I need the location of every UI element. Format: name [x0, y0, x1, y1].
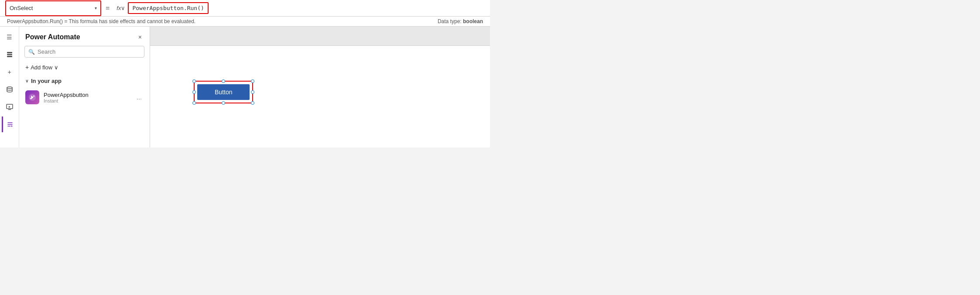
- media-button[interactable]: [2, 99, 17, 115]
- property-dropdown[interactable]: OnSelect ▾: [5, 0, 101, 16]
- canvas-area: Button: [150, 27, 490, 148]
- formula-hint-text: PowerAppsbutton.Run() = This formula has…: [7, 18, 195, 24]
- data-type-label: Data type: boolean: [438, 18, 483, 24]
- add-flow-label: Add flow: [31, 64, 52, 71]
- canvas-button-wrapper: Button: [194, 81, 253, 103]
- svg-point-7: [30, 98, 32, 99]
- handle-middle-left[interactable]: [192, 90, 196, 94]
- power-automate-panel: Power Automate × 🔍 + Add flow ∨ ∨ In you…: [19, 27, 150, 148]
- canvas-button[interactable]: Button: [197, 84, 250, 100]
- flow-more-button[interactable]: ...: [135, 92, 144, 103]
- handle-top-right[interactable]: [251, 79, 254, 83]
- in-your-app-label: In your app: [31, 78, 62, 84]
- canvas-top-bar: [150, 27, 490, 46]
- hamburger-menu-button[interactable]: ☰: [2, 29, 17, 45]
- main-content: ☰ +: [0, 27, 490, 148]
- equals-sign: =: [101, 4, 114, 12]
- sidebar-icons: ☰ +: [0, 27, 19, 148]
- active-panel-button[interactable]: [2, 117, 17, 132]
- flow-icon: [25, 90, 39, 104]
- in-your-app-header[interactable]: ∨ In your app: [25, 78, 144, 84]
- flow-type: Instant: [44, 98, 130, 103]
- flow-item: PowerAppsbutton Instant ...: [25, 88, 144, 107]
- search-icon: 🔍: [28, 49, 35, 55]
- add-button[interactable]: +: [2, 64, 17, 80]
- pa-panel-title: Power Automate: [25, 33, 80, 41]
- layers-button[interactable]: [2, 47, 17, 62]
- handle-bottom-right[interactable]: [251, 101, 254, 105]
- svg-rect-1: [7, 54, 12, 55]
- canvas-content[interactable]: Button: [150, 46, 490, 148]
- svg-rect-0: [7, 52, 12, 53]
- handle-top-left[interactable]: [192, 79, 196, 83]
- handle-bottom-middle[interactable]: [222, 101, 225, 105]
- add-flow-chevron-icon: ∨: [54, 64, 58, 71]
- handle-top-middle[interactable]: [222, 79, 225, 83]
- handle-bottom-left[interactable]: [192, 101, 196, 105]
- flow-name: PowerAppsbutton: [44, 92, 130, 98]
- formula-bar: OnSelect ▾ = fx ∨ PowerAppsbutton.Run(): [0, 0, 490, 17]
- pa-header: Power Automate ×: [19, 27, 150, 46]
- pa-search-box[interactable]: 🔍: [24, 46, 144, 58]
- formula-input[interactable]: PowerAppsbutton.Run(): [128, 2, 208, 14]
- section-chevron-icon: ∨: [25, 79, 28, 83]
- add-flow-plus-icon: +: [25, 64, 29, 71]
- handle-middle-right[interactable]: [251, 90, 254, 94]
- search-input[interactable]: [38, 48, 140, 55]
- in-your-app-section: ∨ In your app PowerAppsbutton Instant .: [19, 75, 150, 110]
- pa-close-button[interactable]: ×: [137, 32, 144, 42]
- svg-rect-2: [7, 56, 12, 57]
- formula-hint-bar: PowerAppsbutton.Run() = This formula has…: [0, 17, 490, 27]
- fx-icon: fx ∨: [114, 5, 128, 11]
- svg-point-3: [7, 87, 12, 89]
- database-button[interactable]: [2, 82, 17, 97]
- add-flow-button[interactable]: + Add flow ∨: [19, 62, 150, 75]
- property-name: OnSelect: [10, 5, 33, 11]
- flow-details: PowerAppsbutton Instant: [44, 92, 130, 103]
- svg-point-6: [33, 96, 35, 97]
- canvas-selection-frame: Button: [194, 81, 253, 103]
- dropdown-arrow-icon: ▾: [95, 6, 97, 10]
